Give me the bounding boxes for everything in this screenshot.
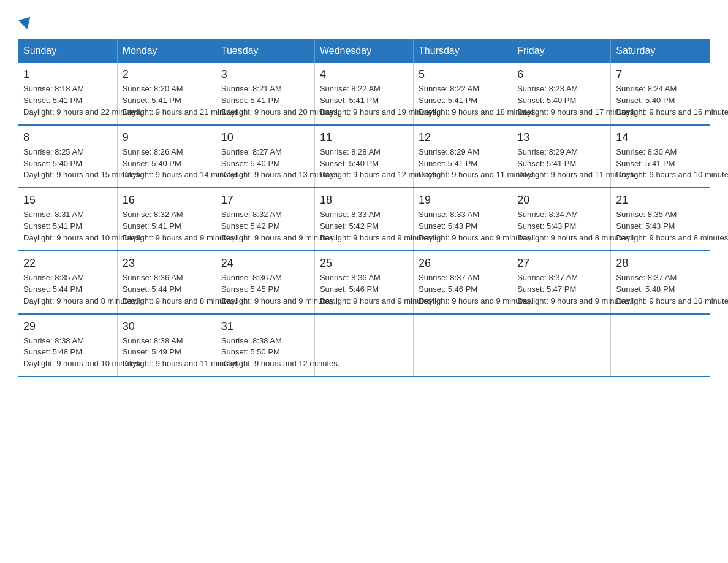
sunrise-info: Sunrise: 8:27 AM [221, 147, 282, 156]
daylight-info: Daylight: 9 hours and 9 minutes. [320, 233, 434, 242]
calendar-cell: 15Sunrise: 8:31 AMSunset: 5:41 PMDayligh… [18, 188, 117, 251]
calendar-cell: 18Sunrise: 8:33 AMSunset: 5:42 PMDayligh… [314, 188, 413, 251]
day-number: 20 [517, 192, 605, 208]
sunset-info: Sunset: 5:40 PM [221, 159, 280, 168]
daylight-info: Daylight: 9 hours and 9 minutes. [419, 233, 533, 242]
day-number: 24 [221, 255, 309, 271]
day-number: 27 [517, 255, 605, 271]
header-row: SundayMondayTuesdayWednesdayThursdayFrid… [18, 39, 710, 63]
calendar-cell: 17Sunrise: 8:32 AMSunset: 5:42 PMDayligh… [216, 188, 314, 251]
sunset-info: Sunset: 5:45 PM [221, 285, 280, 294]
calendar-cell: 26Sunrise: 8:37 AMSunset: 5:46 PMDayligh… [414, 251, 512, 314]
column-header-saturday: Saturday [611, 39, 710, 63]
day-number: 1 [23, 66, 112, 82]
sunrise-info: Sunrise: 8:38 AM [123, 336, 183, 345]
daylight-info: Daylight: 9 hours and 10 minutes. [616, 296, 728, 305]
column-header-thursday: Thursday [414, 39, 512, 63]
calendar-cell: 30Sunrise: 8:38 AMSunset: 5:49 PMDayligh… [117, 314, 216, 377]
calendar-cell: 1Sunrise: 8:18 AMSunset: 5:41 PMDaylight… [18, 63, 117, 125]
calendar-cell: 21Sunrise: 8:35 AMSunset: 5:43 PMDayligh… [611, 188, 710, 251]
sunset-info: Sunset: 5:44 PM [23, 285, 82, 294]
calendar-cell: 19Sunrise: 8:33 AMSunset: 5:43 PMDayligh… [414, 188, 512, 251]
calendar-cell: 31Sunrise: 8:38 AMSunset: 5:50 PMDayligh… [216, 314, 314, 377]
day-number: 2 [123, 66, 211, 82]
day-number: 16 [123, 192, 211, 208]
daylight-info: Daylight: 9 hours and 9 minutes. [221, 296, 335, 305]
calendar-cell: 22Sunrise: 8:35 AMSunset: 5:44 PMDayligh… [18, 251, 117, 314]
calendar-cell [512, 314, 611, 377]
calendar-cell: 23Sunrise: 8:36 AMSunset: 5:44 PMDayligh… [117, 251, 216, 314]
calendar-cell: 3Sunrise: 8:21 AMSunset: 5:41 PMDaylight… [216, 63, 314, 125]
calendar-cell: 20Sunrise: 8:34 AMSunset: 5:43 PMDayligh… [512, 188, 611, 251]
calendar-cell: 27Sunrise: 8:37 AMSunset: 5:47 PMDayligh… [512, 251, 611, 314]
day-number: 26 [419, 255, 507, 271]
sunrise-info: Sunrise: 8:18 AM [23, 84, 84, 93]
sunset-info: Sunset: 5:48 PM [23, 347, 82, 356]
day-number: 29 [23, 318, 112, 334]
day-number: 25 [320, 255, 408, 271]
calendar-cell: 8Sunrise: 8:25 AMSunset: 5:40 PMDaylight… [18, 125, 117, 188]
sunset-info: Sunset: 5:40 PM [320, 159, 379, 168]
day-number: 8 [23, 129, 112, 145]
sunrise-info: Sunrise: 8:30 AM [616, 147, 677, 156]
daylight-info: Daylight: 9 hours and 8 minutes. [123, 296, 237, 305]
day-number: 7 [616, 66, 705, 82]
sunset-info: Sunset: 5:41 PM [517, 159, 576, 168]
day-number: 21 [616, 192, 705, 208]
calendar-week-row: 15Sunrise: 8:31 AMSunset: 5:41 PMDayligh… [18, 188, 710, 251]
daylight-info: Daylight: 9 hours and 9 minutes. [221, 233, 335, 242]
day-number: 28 [616, 255, 705, 271]
calendar-cell: 11Sunrise: 8:28 AMSunset: 5:40 PMDayligh… [314, 125, 413, 188]
day-number: 14 [616, 129, 705, 145]
sunrise-info: Sunrise: 8:37 AM [616, 273, 677, 282]
column-header-sunday: Sunday [18, 39, 117, 63]
sunrise-info: Sunrise: 8:20 AM [123, 84, 183, 93]
daylight-info: Daylight: 9 hours and 9 minutes. [517, 296, 631, 305]
sunset-info: Sunset: 5:42 PM [320, 221, 379, 231]
sunset-info: Sunset: 5:41 PM [23, 96, 82, 105]
sunrise-info: Sunrise: 8:21 AM [221, 84, 282, 93]
sunset-info: Sunset: 5:46 PM [419, 285, 477, 294]
sunset-info: Sunset: 5:40 PM [123, 159, 181, 168]
calendar-cell: 13Sunrise: 8:29 AMSunset: 5:41 PMDayligh… [512, 125, 611, 188]
day-number: 31 [221, 318, 309, 334]
sunset-info: Sunset: 5:44 PM [123, 285, 181, 294]
calendar-cell: 24Sunrise: 8:36 AMSunset: 5:45 PMDayligh… [216, 251, 314, 314]
sunset-info: Sunset: 5:41 PM [123, 221, 181, 231]
sunset-info: Sunset: 5:41 PM [419, 159, 477, 168]
calendar-cell [414, 314, 512, 377]
daylight-info: Daylight: 9 hours and 8 minutes. [517, 233, 631, 242]
sunrise-info: Sunrise: 8:22 AM [419, 84, 479, 93]
calendar-cell: 4Sunrise: 8:22 AMSunset: 5:41 PMDaylight… [314, 63, 413, 125]
sunrise-info: Sunrise: 8:36 AM [123, 273, 183, 282]
day-number: 12 [419, 129, 507, 145]
column-header-monday: Monday [117, 39, 216, 63]
day-number: 10 [221, 129, 309, 145]
calendar-header: SundayMondayTuesdayWednesdayThursdayFrid… [18, 39, 710, 63]
sunrise-info: Sunrise: 8:28 AM [320, 147, 381, 156]
day-number: 4 [320, 66, 408, 82]
calendar-cell: 10Sunrise: 8:27 AMSunset: 5:40 PMDayligh… [216, 125, 314, 188]
sunrise-info: Sunrise: 8:35 AM [616, 210, 677, 219]
sunrise-info: Sunrise: 8:38 AM [221, 336, 282, 345]
day-number: 13 [517, 129, 605, 145]
sunset-info: Sunset: 5:42 PM [221, 221, 280, 231]
logo [18, 18, 33, 29]
sunset-info: Sunset: 5:41 PM [23, 221, 82, 231]
sunrise-info: Sunrise: 8:22 AM [320, 84, 381, 93]
sunrise-info: Sunrise: 8:37 AM [517, 273, 578, 282]
day-number: 11 [320, 129, 408, 145]
sunrise-info: Sunrise: 8:36 AM [221, 273, 282, 282]
sunrise-info: Sunrise: 8:37 AM [419, 273, 479, 282]
day-number: 19 [419, 192, 507, 208]
daylight-info: Daylight: 9 hours and 9 minutes. [419, 296, 533, 305]
column-header-friday: Friday [512, 39, 611, 63]
sunset-info: Sunset: 5:41 PM [320, 96, 379, 105]
daylight-info: Daylight: 9 hours and 8 minutes. [23, 296, 137, 305]
day-number: 18 [320, 192, 408, 208]
sunrise-info: Sunrise: 8:23 AM [517, 84, 578, 93]
sunrise-info: Sunrise: 8:32 AM [221, 210, 282, 219]
sunset-info: Sunset: 5:40 PM [616, 96, 675, 105]
sunrise-info: Sunrise: 8:25 AM [23, 147, 84, 156]
logo-blue-text [18, 18, 33, 29]
